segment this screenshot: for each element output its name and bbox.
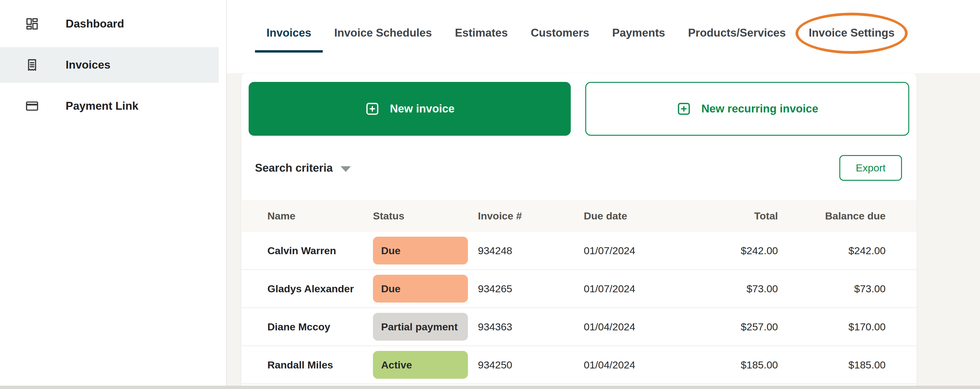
cell-total: $73.00 (687, 283, 778, 295)
tab-payments[interactable]: Payments (601, 27, 677, 52)
receipt-icon (25, 58, 39, 72)
cell-total: $242.00 (687, 245, 778, 257)
cell-invoice-number: 934363 (478, 321, 584, 333)
invoices-card: New invoice New recurring invoice (241, 73, 916, 389)
cell-name: Diane Mccoy (267, 321, 373, 333)
status-badge: Due (373, 275, 468, 303)
new-recurring-invoice-button[interactable]: New recurring invoice (585, 82, 909, 136)
cell-due-date: 01/04/2024 (584, 359, 687, 371)
sidebar-item-invoices[interactable]: Invoices (0, 47, 219, 83)
search-criteria-dropdown[interactable]: Search criteria (255, 162, 351, 175)
tab-invoice-settings[interactable]: Invoice Settings (797, 27, 906, 52)
cell-balance-due: $242.00 (778, 245, 886, 257)
sidebar-item-label: Payment Link (66, 100, 138, 113)
cell-status: Partial payment (373, 313, 478, 341)
new-invoice-label: New invoice (390, 102, 455, 115)
new-invoice-button[interactable]: New invoice (249, 82, 571, 136)
window-bottom-edge (0, 386, 980, 389)
main-area: Invoices Invoice Schedules Estimates Cus… (227, 0, 980, 389)
invoices-table: Name Status Invoice # Due date Total Bal… (241, 200, 916, 384)
status-badge: Due (373, 237, 468, 265)
sidebar-item-dashboard[interactable]: Dashboard (0, 6, 219, 42)
tab-invoice-schedules[interactable]: Invoice Schedules (323, 27, 444, 52)
cell-balance-due: $170.00 (778, 321, 886, 333)
sidebar-item-label: Invoices (66, 59, 110, 71)
column-header-invoice-number: Invoice # (478, 210, 584, 222)
cell-invoice-number: 934265 (478, 283, 584, 295)
export-button[interactable]: Export (839, 155, 902, 181)
column-header-balance-due: Balance due (778, 210, 886, 222)
tab-label: Invoices (266, 27, 311, 39)
sidebar: Dashboard Invoices Payment Link (0, 0, 227, 389)
tab-label: Products/Services (688, 27, 786, 39)
table-row[interactable]: Randall Miles Active 934250 01/04/2024 $… (241, 346, 916, 384)
cell-total: $257.00 (687, 321, 778, 333)
cell-status: Due (373, 275, 478, 303)
cell-invoice-number: 934248 (478, 245, 584, 257)
card-icon (25, 99, 39, 113)
cell-status: Active (373, 351, 478, 379)
column-header-total: Total (687, 210, 778, 222)
plus-square-icon (365, 101, 380, 116)
table-row[interactable]: Calvin Warren Due 934248 01/07/2024 $242… (241, 232, 916, 270)
column-header-name: Name (267, 210, 373, 222)
cell-due-date: 01/07/2024 (584, 245, 687, 257)
cell-balance-due: $73.00 (778, 283, 886, 295)
tab-estimates[interactable]: Estimates (444, 27, 519, 52)
content-area: New invoice New recurring invoice (227, 73, 980, 389)
status-badge: Active (373, 351, 468, 379)
plus-square-icon (676, 101, 692, 116)
sidebar-item-payment-link[interactable]: Payment Link (0, 88, 219, 124)
action-buttons-row: New invoice New recurring invoice (241, 73, 916, 136)
tab-bar: Invoices Invoice Schedules Estimates Cus… (227, 0, 980, 73)
table-header: Name Status Invoice # Due date Total Bal… (241, 200, 916, 232)
tab-label: Payments (612, 27, 665, 39)
cell-due-date: 01/04/2024 (584, 321, 687, 333)
cell-status: Due (373, 237, 478, 265)
cell-balance-due: $185.00 (778, 359, 886, 371)
table-row[interactable]: Gladys Alexander Due 934265 01/07/2024 $… (241, 270, 916, 308)
tab-label: Estimates (455, 27, 508, 39)
tab-products-services[interactable]: Products/Services (677, 27, 797, 52)
cell-due-date: 01/07/2024 (584, 283, 687, 295)
sidebar-item-label: Dashboard (66, 17, 124, 30)
search-criteria-label: Search criteria (255, 162, 333, 175)
app-window: Dashboard Invoices Payment Link (0, 0, 980, 389)
toolbar: Search criteria Export (241, 136, 916, 200)
cell-total: $185.00 (687, 359, 778, 371)
column-header-due-date: Due date (584, 210, 687, 222)
tab-label: Customers (531, 27, 589, 39)
cell-invoice-number: 934250 (478, 359, 584, 371)
dashboard-grid-icon (25, 17, 39, 31)
cell-name: Gladys Alexander (267, 283, 373, 295)
cell-name: Randall Miles (267, 359, 373, 371)
tab-label: Invoice Settings (809, 27, 895, 39)
tab-customers[interactable]: Customers (519, 27, 601, 52)
tab-label: Invoice Schedules (334, 27, 432, 39)
new-recurring-invoice-label: New recurring invoice (702, 102, 818, 115)
table-row[interactable]: Diane Mccoy Partial payment 934363 01/04… (241, 308, 916, 346)
cell-name: Calvin Warren (267, 245, 373, 257)
tab-invoices[interactable]: Invoices (255, 27, 323, 52)
status-badge: Partial payment (373, 313, 468, 341)
chevron-down-icon (340, 166, 351, 172)
column-header-status: Status (373, 210, 478, 222)
